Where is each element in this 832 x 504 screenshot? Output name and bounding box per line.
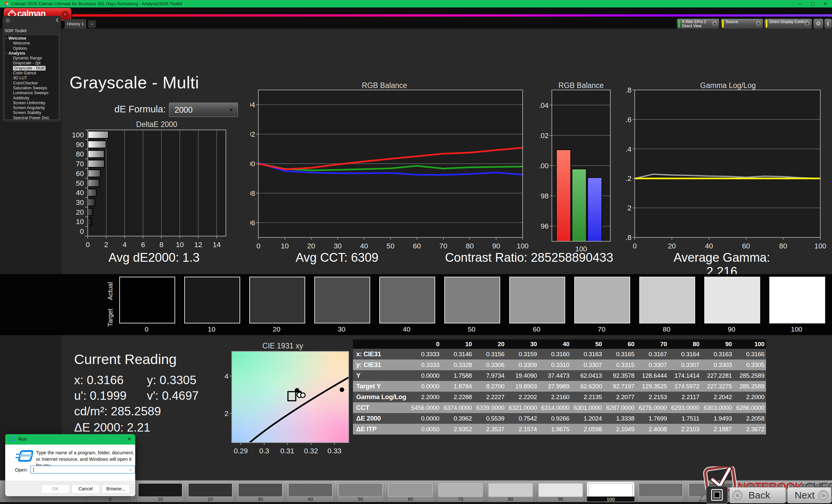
- slide-patch: [338, 483, 383, 497]
- tick-label: 90: [76, 141, 84, 149]
- table-col-header: 60: [603, 339, 636, 349]
- grayscale-swatch-50: [444, 277, 500, 324]
- tick-label: 2.8: [626, 86, 631, 94]
- sidebar-item-welcome[interactable]: Welcome: [4, 36, 58, 41]
- slide-tile-100[interactable]: 100: [587, 482, 634, 502]
- slide-tile-70[interactable]: 70: [437, 482, 484, 502]
- table-row: y: CIE310.33330.33280.33060.33090.33100.…: [353, 360, 766, 370]
- sidebar-item-label: Analysis: [8, 51, 25, 56]
- tab-history-1[interactable]: History 1: [65, 19, 86, 29]
- slide-tile-90[interactable]: 90: [537, 482, 584, 502]
- slide-tile-10[interactable]: 10: [136, 482, 184, 502]
- record-dot-icon[interactable]: [5, 18, 10, 23]
- reading-v: v': 0.4697: [147, 389, 199, 403]
- table-cell: 5456.0000: [409, 402, 441, 413]
- table-cell: 0.7542: [506, 413, 539, 424]
- sidebar-item-options[interactable]: Options: [4, 46, 58, 51]
- source-dropdown[interactable]: Source ▼: [721, 19, 763, 29]
- sidebar-item-grayscale-2pt[interactable]: Grayscale - 2pt: [4, 61, 58, 65]
- table-row-label: Y: [353, 370, 409, 381]
- table-cell: 1.8784: [441, 381, 473, 392]
- minimize-icon[interactable]: —: [795, 0, 805, 7]
- slide-tile-60[interactable]: 60: [387, 482, 434, 502]
- slide-tile-20[interactable]: 20: [186, 482, 234, 502]
- sidebar-tree: WelcomeWelcomeOptionsAnalysisDynamic Ran…: [4, 35, 59, 120]
- ok-button[interactable]: OK: [41, 484, 70, 494]
- browse-button[interactable]: Browse...: [102, 484, 130, 494]
- sidebar-item-luminance-sweeps[interactable]: Luminance Sweeps: [4, 91, 58, 95]
- tick-label: 30: [334, 242, 342, 249]
- sidebar-item-color-gamut[interactable]: Color Gamut: [4, 71, 58, 76]
- table-cell: 0.3165: [603, 349, 636, 360]
- add-tab-button[interactable]: +: [88, 20, 96, 28]
- sidebar-item-additivity[interactable]: Additivity: [4, 96, 58, 101]
- table-cell: 2.2288: [441, 392, 473, 402]
- tick-label: 100: [72, 131, 84, 139]
- table-row: CCT5456.00006374.00006339.00006321.00006…: [353, 402, 766, 413]
- grayscale-swatch-band: Actual Target 0102030405060708090100: [0, 274, 832, 335]
- sidebar-item-3d-lut[interactable]: 3D LUT: [4, 76, 58, 81]
- close-icon[interactable]: ✕: [820, 0, 830, 7]
- tick-label: 96: [250, 219, 255, 227]
- sidebar-item-screen-stability[interactable]: Screen Stability: [4, 110, 58, 115]
- slide-tile-label: 30: [237, 496, 284, 502]
- deltae-bar: [88, 189, 97, 196]
- sidebar-item-screen-uniformity[interactable]: Screen Uniformity: [4, 101, 58, 106]
- next-button[interactable]: Next »: [787, 487, 831, 503]
- sidebar-item-grayscale-multi[interactable]: Grayscale - Multi: [4, 66, 58, 71]
- slide-tile-extra[interactable]: [637, 482, 684, 502]
- display-control-dropdown[interactable]: Direct Display Control ▼: [764, 19, 812, 29]
- table-col-header: 20: [473, 339, 506, 349]
- table-cell: 2.9352: [441, 424, 473, 435]
- maximize-icon[interactable]: ▢: [808, 0, 818, 7]
- table-cell: 227.2281: [701, 370, 733, 381]
- sidebar-item-spectral-power-dist-[interactable]: Spectral Power Dist.: [4, 116, 58, 120]
- table-cell: 2.2117: [669, 392, 701, 402]
- open-label: Open:: [15, 467, 28, 473]
- back-button[interactable]: « Back: [729, 487, 786, 503]
- tick-label: 0.32: [304, 447, 318, 455]
- calman-app-icon: [3, 1, 8, 6]
- close-icon[interactable]: ✕: [127, 436, 131, 442]
- tick-label: 104: [540, 101, 549, 109]
- grayscale-swatch-0: [119, 277, 175, 324]
- table-cell: 1.3338: [603, 413, 636, 424]
- meter-dropdown[interactable]: X-Rite i1Pro 2 Direct View ▼: [677, 19, 720, 29]
- tick-label: 60: [413, 242, 421, 249]
- cie-1931-chart: 0.290.30.310.320.330.340.32: [224, 341, 361, 459]
- table-cell: 0.3159: [506, 349, 539, 360]
- sidebar-item-welcome[interactable]: Welcome: [4, 41, 58, 46]
- sidebar-item-label: Dynamic Range: [13, 56, 42, 60]
- tick-label: 2: [104, 241, 108, 249]
- table-cell: 2.2153: [636, 392, 669, 402]
- tick-label: 80: [76, 150, 84, 158]
- collapse-panel-button[interactable]: ❮: [824, 19, 832, 29]
- slide-tile-40[interactable]: 40: [287, 482, 334, 502]
- table-cell: 0.3306: [473, 360, 506, 370]
- sidebar-item-colorchecker[interactable]: ColorChecker: [4, 81, 58, 86]
- settings-button[interactable]: ⚙: [813, 19, 824, 29]
- tick-label: 102: [250, 130, 255, 138]
- sidebar-item-screen-angularity[interactable]: Screen Angularity: [4, 106, 58, 110]
- table-cell: 2.2202: [506, 392, 539, 402]
- slide-tile-80[interactable]: 80: [487, 482, 534, 502]
- cancel-button[interactable]: Cancel: [72, 484, 100, 494]
- sidebar-item-saturation-sweeps[interactable]: Saturation Sweeps: [4, 86, 58, 91]
- table-col-header: 100: [733, 339, 766, 349]
- chevron-left-icon[interactable]: ❮: [56, 18, 59, 22]
- stat-contrast-ratio: Contrast Ratio: 285258890433: [432, 251, 627, 266]
- tick-label: 20: [76, 208, 84, 216]
- sidebar-item-label: Grayscale - 2pt: [13, 61, 41, 65]
- de-formula-select[interactable]: 2000 ▼: [169, 103, 238, 117]
- slide-tile-30[interactable]: 30: [237, 482, 284, 502]
- sidebar-item-analysis[interactable]: Analysis: [4, 51, 58, 56]
- stop-slideshow-button[interactable]: [706, 486, 728, 504]
- tick-label: 90: [492, 242, 500, 249]
- tick-label: 10: [76, 218, 84, 226]
- slide-tile-50[interactable]: 50: [337, 482, 384, 502]
- swatch-label: 100: [769, 326, 825, 333]
- sidebar-item-dynamic-range[interactable]: Dynamic Range: [4, 56, 58, 61]
- gamma-line-chart: 2.82.62.42.221.8020406080100: [626, 81, 832, 249]
- table-cell: 1.9675: [539, 424, 571, 435]
- open-input[interactable]: | ⌄: [30, 466, 135, 474]
